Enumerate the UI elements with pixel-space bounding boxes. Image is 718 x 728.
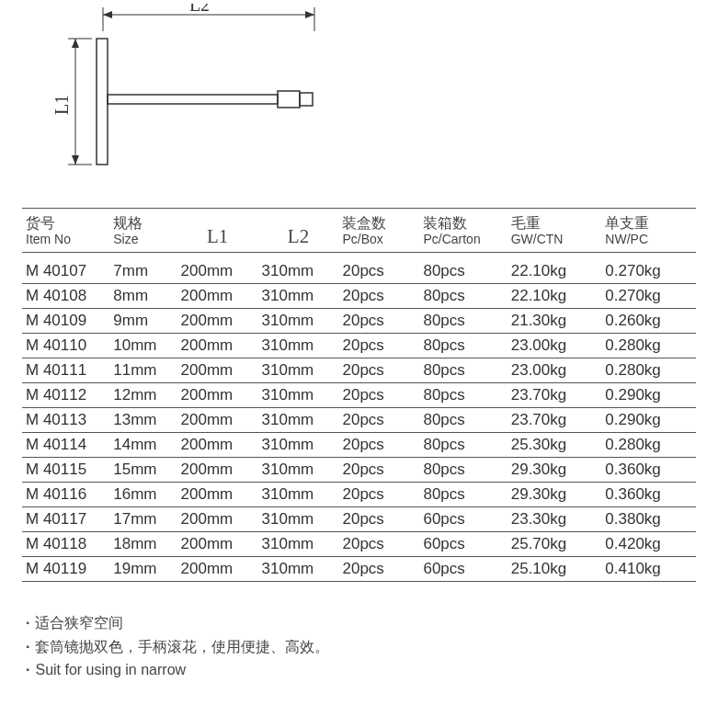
cell-box: 20pcs (338, 358, 419, 383)
cell-l2: 310mm (258, 458, 339, 483)
cell-l2: 310mm (258, 253, 339, 284)
cell-l2: 310mm (258, 334, 339, 358)
cell-size: 18mm (109, 532, 177, 557)
cell-box: 20pcs (338, 334, 419, 358)
cell-l2: 310mm (258, 408, 339, 433)
cell-l1: 200mm (177, 507, 258, 532)
cell-item: M 40116 (22, 483, 109, 507)
cell-l1: 200mm (177, 408, 258, 433)
cell-item: M 40112 (22, 383, 109, 408)
cell-size: 14mm (109, 433, 177, 458)
notes-block: 适合狭窄空间套筒镜抛双色，手柄滚花，使用便捷、高效。Suit for using… (22, 611, 696, 682)
header-en: Pc/Box (342, 232, 416, 247)
cell-box: 20pcs (338, 458, 419, 483)
cell-nw: 0.280kg (601, 433, 696, 458)
cell-nw: 0.270kg (601, 253, 696, 284)
cell-l2: 310mm (258, 532, 339, 557)
cell-box: 20pcs (338, 433, 419, 458)
cell-l1: 200mm (177, 557, 258, 582)
cell-size: 11mm (109, 358, 177, 383)
cell-item: M 40119 (22, 557, 109, 582)
note-line: 适合狭窄空间 (26, 611, 696, 635)
svg-rect-12 (278, 91, 300, 108)
header-cn: 货号 (26, 214, 106, 232)
svg-marker-7 (72, 155, 79, 165)
header-cn: 单支重 (605, 214, 692, 232)
cell-size: 10mm (109, 334, 177, 358)
cell-item: M 40109 (22, 309, 109, 334)
cell-size: 7mm (109, 253, 177, 284)
cell-l2: 310mm (258, 358, 339, 383)
table-row: M 4011616mm200mm310mm20pcs80pcs29.30kg0.… (22, 483, 696, 507)
cell-size: 9mm (109, 309, 177, 334)
cell-l1: 200mm (177, 532, 258, 557)
cell-ctn: 80pcs (419, 408, 507, 433)
cell-l1: 200mm (177, 284, 258, 309)
header-cn: 装箱数 (423, 214, 503, 232)
col-header: 单支重NW/PC (601, 209, 696, 253)
cell-nw: 0.280kg (601, 358, 696, 383)
cell-gw: 21.30kg (507, 309, 602, 334)
cell-ctn: 80pcs (419, 334, 507, 358)
table-row: M 4011313mm200mm310mm20pcs80pcs23.70kg0.… (22, 408, 696, 433)
header-en: GW/CTN (511, 232, 598, 247)
cell-ctn: 60pcs (419, 532, 507, 557)
cell-nw: 0.360kg (601, 458, 696, 483)
note-line: 套筒镜抛双色，手柄滚花，使用便捷、高效。 (26, 635, 696, 659)
cell-size: 8mm (109, 284, 177, 309)
cell-l1: 200mm (177, 309, 258, 334)
cell-l2: 310mm (258, 483, 339, 507)
cell-box: 20pcs (338, 532, 419, 557)
cell-l2: 310mm (258, 383, 339, 408)
cell-box: 20pcs (338, 557, 419, 582)
svg-marker-6 (72, 39, 79, 48)
cell-item: M 40107 (22, 253, 109, 284)
cell-gw: 23.00kg (507, 334, 602, 358)
cell-l1: 200mm (177, 458, 258, 483)
cell-gw: 29.30kg (507, 458, 602, 483)
cell-item: M 40113 (22, 408, 109, 433)
cell-item: M 40111 (22, 358, 109, 383)
l2-label: L2 (189, 4, 210, 15)
cell-l1: 200mm (177, 383, 258, 408)
table-row: M 401077mm200mm310mm20pcs80pcs22.10kg0.2… (22, 253, 696, 284)
cell-l2: 310mm (258, 433, 339, 458)
cell-ctn: 80pcs (419, 253, 507, 284)
header-en: Size (113, 232, 173, 247)
cell-item: M 40114 (22, 433, 109, 458)
svg-marker-1 (103, 11, 112, 18)
svg-marker-2 (305, 11, 314, 18)
table-row: M 4011515mm200mm310mm20pcs80pcs29.30kg0.… (22, 458, 696, 483)
svg-rect-10 (97, 39, 108, 165)
table-row: M 4011414mm200mm310mm20pcs80pcs25.30kg0.… (22, 433, 696, 458)
col-header: L2 (258, 209, 339, 253)
cell-ctn: 60pcs (419, 507, 507, 532)
cell-gw: 22.10kg (507, 253, 602, 284)
header-en: NW/PC (605, 232, 692, 247)
cell-nw: 0.290kg (601, 408, 696, 433)
spec-table: 货号Item No规格SizeL1L2装盒数Pc/Box装箱数Pc/Carton… (22, 208, 696, 582)
cell-size: 12mm (109, 383, 177, 408)
col-header: 装箱数Pc/Carton (419, 209, 507, 253)
cell-box: 20pcs (338, 253, 419, 284)
cell-nw: 0.290kg (601, 383, 696, 408)
cell-l1: 200mm (177, 334, 258, 358)
cell-size: 17mm (109, 507, 177, 532)
cell-l1: 200mm (177, 483, 258, 507)
cell-gw: 29.30kg (507, 483, 602, 507)
cell-ctn: 80pcs (419, 458, 507, 483)
cell-item: M 40115 (22, 458, 109, 483)
header-cn: 毛重 (511, 214, 598, 232)
cell-l2: 310mm (258, 507, 339, 532)
cell-l1: 200mm (177, 358, 258, 383)
cell-size: 19mm (109, 557, 177, 582)
table-row: M 4011010mm200mm310mm20pcs80pcs23.00kg0.… (22, 334, 696, 358)
cell-box: 20pcs (338, 309, 419, 334)
header-en: Item No (26, 232, 106, 247)
cell-l2: 310mm (258, 284, 339, 309)
cell-item: M 40117 (22, 507, 109, 532)
svg-rect-13 (300, 93, 313, 106)
cell-ctn: 80pcs (419, 309, 507, 334)
svg-rect-11 (108, 95, 278, 104)
table-row: M 401099mm200mm310mm20pcs80pcs21.30kg0.2… (22, 309, 696, 334)
